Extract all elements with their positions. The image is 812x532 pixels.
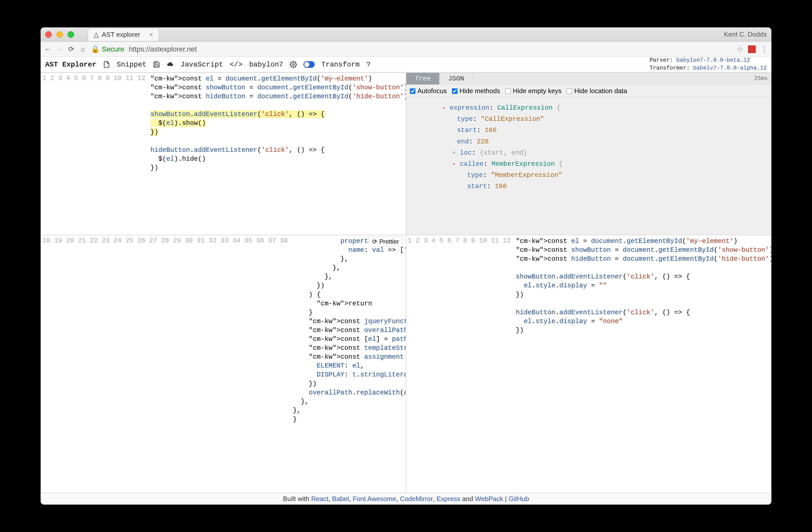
extension-icon[interactable]: [748, 45, 756, 53]
tab-tree[interactable]: Tree: [406, 73, 439, 85]
chk-hide-loc[interactable]: Hide location data: [567, 87, 627, 95]
footer-link[interactable]: Express: [436, 495, 460, 503]
parser-dropdown[interactable]: babylon7: [249, 61, 283, 69]
app-toolbar: AST Explorer Snippet JavaScript </> baby…: [41, 57, 771, 73]
lock-icon: 🔒: [91, 45, 100, 53]
home-button[interactable]: ⌂: [79, 45, 86, 53]
svg-point-0: [293, 64, 294, 66]
footer-link[interactable]: WebPack: [475, 495, 503, 503]
traffic-lights: [45, 31, 74, 38]
close-window-button[interactable]: [45, 31, 52, 38]
maximize-window-button[interactable]: [68, 31, 74, 38]
gear-icon[interactable]: [290, 61, 297, 69]
bookmark-icon[interactable]: ☆: [737, 45, 743, 53]
snippet-button[interactable]: Snippet: [117, 61, 147, 69]
tree-body[interactable]: - expression: CallExpression { type: "Ca…: [406, 98, 771, 235]
transform-toggle[interactable]: [304, 61, 315, 68]
toolbar-meta: Parser: babylon7-7.0.0-beta.12 Transform…: [650, 57, 767, 72]
tab-json[interactable]: JSON: [439, 73, 473, 85]
help-icon[interactable]: ?: [366, 61, 371, 69]
ast-tree-panel: Tree JSON 25ms Autofocus Hide methods Hi…: [406, 73, 771, 235]
footer: Built with React, Babel, Font Awesome, C…: [41, 493, 771, 505]
kebab-menu-icon[interactable]: ⋮: [761, 45, 768, 53]
save-icon[interactable]: [153, 61, 160, 69]
footer-link[interactable]: Babel: [332, 495, 349, 503]
browser-profile-name[interactable]: Kent C. Dodds: [724, 30, 767, 38]
parse-timing: 25ms: [754, 75, 771, 82]
tab-title: AST explorer: [102, 31, 140, 39]
forward-button[interactable]: →: [56, 45, 63, 53]
browser-navbar: ← → ⟳ ⌂ 🔒 Secure https://astexplorer.net…: [41, 42, 771, 57]
close-tab-icon[interactable]: ×: [149, 31, 153, 39]
file-icon: [103, 61, 110, 69]
chk-autofocus[interactable]: Autofocus: [410, 87, 447, 95]
reload-button[interactable]: ⟳: [68, 45, 75, 53]
chk-hide-empty[interactable]: Hide empty keys: [505, 87, 562, 95]
footer-link[interactable]: React: [311, 495, 328, 503]
language-dropdown[interactable]: JavaScript: [180, 61, 223, 69]
app-name: AST Explorer: [45, 61, 97, 69]
cloud-icon: [167, 61, 174, 69]
chk-hide-methods[interactable]: Hide methods: [452, 87, 500, 95]
minimize-window-button[interactable]: [56, 31, 63, 38]
footer-github-link[interactable]: GitHub: [508, 495, 529, 503]
footer-link[interactable]: CodeMirror: [400, 495, 433, 503]
source-editor[interactable]: 1 2 3 4 5 6 7 8 9 10 11 12 "cm-kw">const…: [41, 73, 406, 235]
output-editor[interactable]: 1 2 3 4 5 6 7 8 9 10 11 12 "cm-kw">const…: [406, 235, 771, 493]
window-titlebar: △ AST explorer × Kent C. Dodds: [41, 27, 771, 42]
footer-link[interactable]: Font Awesome: [353, 495, 396, 503]
transformer-version-link[interactable]: babelv7-7.0.0-alpha.12: [693, 65, 767, 71]
address-bar[interactable]: https://astexplorer.net: [129, 45, 197, 53]
tab-favicon: △: [93, 31, 99, 39]
code-icon: </>: [230, 61, 242, 69]
parser-version-link[interactable]: babylon7-7.0.0-beta.12: [677, 57, 750, 63]
transform-label[interactable]: Transform: [321, 61, 360, 69]
browser-tab[interactable]: △ AST explorer ×: [88, 28, 159, 41]
secure-indicator[interactable]: 🔒 Secure: [91, 45, 124, 53]
prettier-button[interactable]: ⟳ Prettier: [368, 237, 403, 246]
back-button[interactable]: ←: [44, 45, 51, 53]
refresh-icon: ⟳: [372, 238, 377, 245]
transform-editor[interactable]: ⟳ Prettier 18 19 20 21 22 23 24 25 26 27…: [41, 235, 406, 493]
